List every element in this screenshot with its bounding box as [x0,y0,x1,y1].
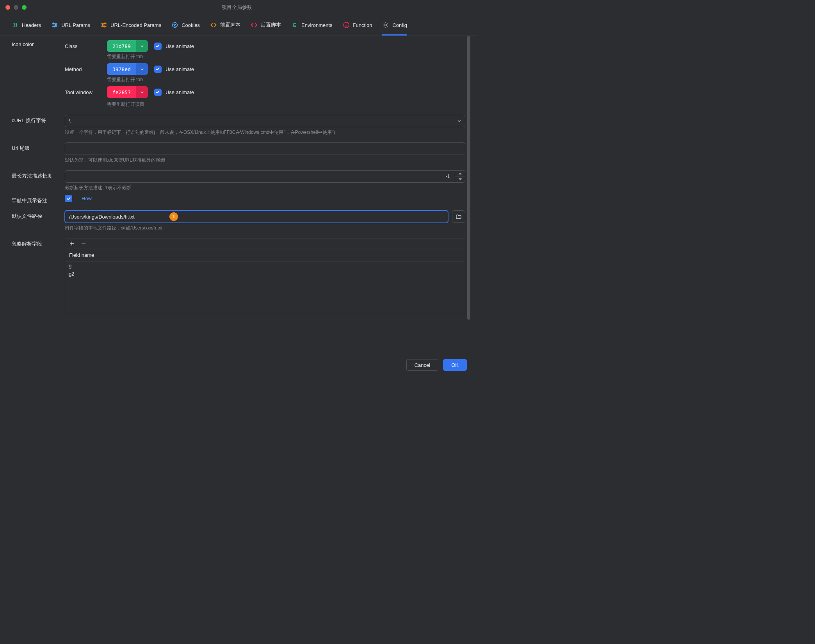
url-suffix-hint: 默认为空，可以使用.do来使URL获得额外的尾缀 [65,157,465,164]
class-color-picker[interactable]: 21d789 [107,40,148,52]
chevron-down-icon [136,63,148,75]
svg-point-0 [53,23,54,24]
url-suffix-input[interactable] [65,142,465,155]
tab-headers[interactable]: H Headers [12,20,41,36]
tab-function[interactable]: m Function [343,20,372,36]
tab-label: Cookies [182,22,200,28]
row-icon-color: Icon color Class 21d789 [12,36,465,112]
chevron-down-icon [457,119,461,123]
tab-cookies[interactable]: Cookies [171,20,200,36]
table-empty-area [65,278,465,314]
svg-point-8 [175,24,176,25]
row-ignore-fields: 忽略解析字段 Field name ig ig2 [12,235,465,317]
row-curl-newline: cURL 换行字符 设置一个字符，用于标记下一行语句的延续(一般来说，在OSX/… [12,112,465,139]
toolwindow-animate-checkbox[interactable] [154,89,162,96]
table-row[interactable]: ig2 [65,270,465,278]
icon-color-toolwindow-row: Tool window fe2857 [65,85,465,99]
cancel-button[interactable]: Cancel [406,359,438,371]
env-icon: E [291,21,298,28]
field-label: Tool window [65,89,107,95]
svg-point-7 [174,24,174,25]
tab-label: Function [353,22,372,28]
curl-newline-select[interactable] [65,115,465,127]
method-color-picker[interactable]: 3978ed [107,63,148,75]
table-column-header: Field name [65,249,465,262]
svg-point-3 [104,23,105,24]
ok-button[interactable]: OK [443,359,467,371]
titlebar: 项目全局参数 [0,0,476,15]
color-value: 21d789 [107,40,136,52]
remove-row-button[interactable] [81,241,86,246]
row-default-file-path: 默认文件路径 1 附件字段的本地文件路径，例如/Users/x [12,207,465,235]
row-url-suffix: Url 尾缀 默认为空，可以使用.do来使URL获得额外的尾缀 [12,139,465,167]
how-link[interactable]: How [82,196,92,201]
field-label: cURL 换行字符 [12,115,65,124]
cookie-icon [171,21,178,28]
config-panel: Icon color Class 21d789 [12,36,471,351]
code-icon [251,21,258,28]
toolwindow-hint-bottom: 需要重新打开项目 [107,101,465,108]
color-value: fe2857 [107,86,136,98]
field-label: 默认文件路径 [12,210,65,220]
number-spinner[interactable] [455,170,465,183]
tab-url-encoded-params[interactable]: URL-Encoded Params [100,20,161,36]
ignore-fields-table: Field name ig ig2 [65,238,465,314]
method-hint: 需要重新打开 tab [107,53,465,60]
curl-newline-hint: 设置一个字符，用于标记下一行语句的延续(一般来说，在OSX/Linux上使用\u… [65,129,465,136]
field-label: 导航中展示备注 [12,195,65,204]
svg-point-2 [54,26,55,27]
svg-text:m: m [345,23,347,27]
svg-point-9 [174,25,175,26]
field-label: 最长方法描述长度 [12,170,65,180]
sliders-alt-icon [100,21,107,28]
svg-point-5 [103,26,105,27]
table-row[interactable]: ig [65,262,465,270]
show-remark-checkbox[interactable] [65,195,72,202]
add-row-button[interactable] [69,241,75,246]
color-value: 3978ed [107,63,136,75]
svg-point-6 [173,23,178,28]
max-method-length-hint: 截断超长方法描述,-1表示不截断 [65,184,465,192]
tab-label: URL-Encoded Params [110,22,161,28]
dialog-footer: Cancel OK [0,354,476,376]
scrollbar-track[interactable] [467,36,471,351]
toolwindow-hint-top: 需要重新打开 tab [107,76,465,84]
code-icon [210,21,217,28]
max-method-length-input[interactable] [65,170,455,183]
browse-button[interactable] [452,210,465,223]
field-label: Class [65,43,107,49]
table-toolbar [65,238,465,249]
method-animate-checkbox[interactable] [154,66,162,73]
sliders-icon [51,21,58,28]
tab-post-script[interactable]: 后置脚本 [251,20,281,36]
tab-pre-script[interactable]: 前置脚本 [210,20,240,36]
toolwindow-color-picker[interactable]: fe2857 [107,86,148,98]
class-animate-checkbox[interactable] [154,43,162,50]
tab-url-params[interactable]: URL Params [51,20,90,36]
tab-label: Environments [301,22,332,28]
folder-icon [456,213,462,220]
spinner-down-icon[interactable] [455,176,465,182]
svg-point-13 [385,24,387,26]
tab-environments[interactable]: E Environments [291,20,332,36]
svg-point-1 [55,24,57,25]
default-file-path-input[interactable] [65,210,448,223]
chevron-down-icon [136,86,148,98]
tab-label: Headers [22,22,41,28]
spinner-up-icon[interactable] [455,171,465,177]
tab-bar: H Headers URL Params URL-Encoded Params … [0,15,476,36]
field-label: Url 尾缀 [12,142,65,152]
annotation-badge: 1 [169,212,178,221]
checkbox-label: Use animate [165,89,194,95]
svg-point-10 [176,26,176,27]
tab-config[interactable]: Config [382,20,407,36]
svg-point-4 [102,24,103,25]
field-label: 忽略解析字段 [12,238,65,247]
tab-label: Config [392,22,407,28]
scrollbar-thumb[interactable] [467,36,470,320]
checkbox-label: Use animate [165,66,194,72]
default-file-path-hint: 附件字段的本地文件路径，例如/Users/xxx/fr.txt [65,224,465,232]
checkbox-label: Use animate [165,43,194,49]
gear-icon [382,21,389,28]
function-icon: m [343,21,350,28]
